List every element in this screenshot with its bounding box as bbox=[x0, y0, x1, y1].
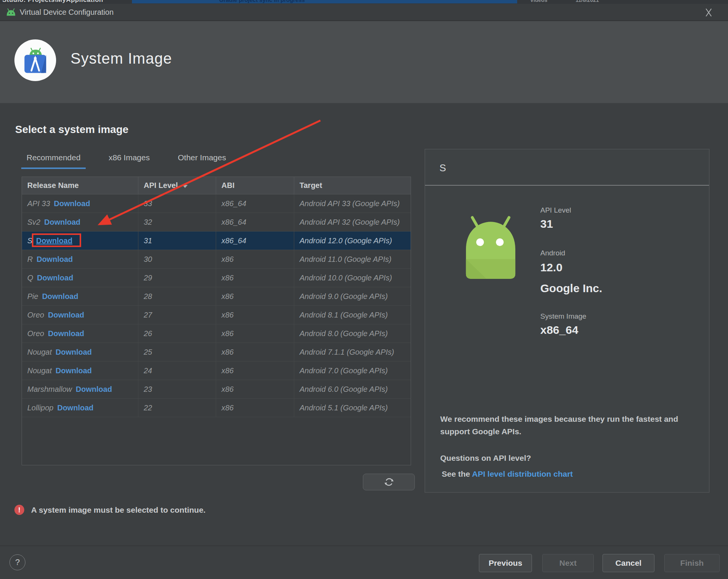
download-link[interactable]: Download bbox=[44, 218, 80, 226]
table-header: Release Name API Level ABI Target bbox=[22, 177, 411, 194]
target-cell: Android 8.1 (Google APIs) bbox=[294, 306, 411, 324]
target-cell: Android 7.0 (Google APIs) bbox=[294, 361, 411, 380]
tab-x86-images[interactable]: x86 Images bbox=[103, 152, 155, 169]
api-level-cell: 23 bbox=[138, 380, 216, 398]
download-link[interactable]: Download bbox=[48, 329, 84, 338]
download-link[interactable]: Download bbox=[56, 366, 92, 375]
release-name: Pie bbox=[27, 292, 38, 300]
previous-button[interactable]: Previous bbox=[479, 554, 532, 572]
table-row[interactable]: OreoDownload 27 x86 Android 8.1 (Google … bbox=[22, 306, 411, 324]
tab-other-images[interactable]: Other Images bbox=[173, 152, 231, 169]
table-row[interactable]: LollipopDownload 22 x86 Android 5.1 (Goo… bbox=[22, 399, 411, 417]
api-level-cell: 33 bbox=[138, 194, 216, 213]
android-studio-logo bbox=[14, 39, 56, 81]
clipped-sync-text: Gradle project sync in progress bbox=[219, 0, 305, 3]
release-name: Sv2 bbox=[27, 218, 40, 226]
cancel-button[interactable]: Cancel bbox=[602, 554, 654, 572]
download-link[interactable]: Download bbox=[36, 255, 73, 263]
release-name-cell: MarshmallowDownload bbox=[22, 380, 138, 398]
help-button[interactable]: ? bbox=[9, 554, 25, 570]
table-row[interactable]: SDownload 31 x86_64 Android 12.0 (Google… bbox=[22, 232, 411, 250]
abi-cell: x86 bbox=[216, 306, 294, 324]
refresh-icon bbox=[383, 476, 395, 488]
column-release-name[interactable]: Release Name bbox=[22, 177, 138, 194]
download-link[interactable]: Download bbox=[36, 236, 72, 245]
api-level-label: API Level bbox=[540, 206, 571, 214]
target-cell: Android 6.0 (Google APIs) bbox=[294, 380, 411, 398]
release-name: S bbox=[27, 236, 32, 245]
refresh-button[interactable] bbox=[363, 474, 415, 490]
api-level-cell: 30 bbox=[138, 250, 216, 268]
release-name-cell: NougatDownload bbox=[22, 361, 138, 380]
table-row[interactable]: API 33Download 33 x86_64 Android API 33 … bbox=[22, 194, 411, 213]
recommendation-text: We recommend these images because they r… bbox=[440, 413, 702, 438]
column-api-level[interactable]: API Level bbox=[138, 177, 216, 194]
table-body: API 33Download 33 x86_64 Android API 33 … bbox=[22, 194, 411, 417]
download-link[interactable]: Download bbox=[42, 292, 78, 300]
see-line: See the API level distribution chart bbox=[442, 469, 573, 479]
download-link[interactable]: Download bbox=[76, 385, 112, 393]
release-name-cell: Sv2Download bbox=[22, 213, 138, 231]
target-cell: Android 12.0 (Google APIs) bbox=[294, 232, 411, 250]
release-name-cell: LollipopDownload bbox=[22, 399, 138, 417]
api-level-cell: 32 bbox=[138, 213, 216, 231]
tab-recommended[interactable]: Recommended bbox=[21, 152, 86, 169]
download-link[interactable]: Download bbox=[57, 404, 94, 412]
target-cell: Android 5.1 (Google APIs) bbox=[294, 399, 411, 417]
table-row[interactable]: NougatDownload 24 x86 Android 7.0 (Googl… bbox=[22, 361, 411, 380]
abi-cell: x86 bbox=[216, 269, 294, 287]
table-row[interactable]: OreoDownload 26 x86 Android 8.0 (Google … bbox=[22, 324, 411, 343]
target-cell: Android 11.0 (Google APIs) bbox=[294, 250, 411, 268]
table-row[interactable]: MarshmallowDownload 23 x86 Android 6.0 (… bbox=[22, 380, 411, 399]
column-abi[interactable]: ABI bbox=[216, 177, 294, 194]
page-title: Select a system image bbox=[15, 124, 129, 136]
panel-divider bbox=[425, 185, 709, 186]
table-row[interactable]: RDownload 30 x86 Android 11.0 (Google AP… bbox=[22, 250, 411, 269]
release-name-cell: QDownload bbox=[22, 269, 138, 287]
release-name: Oreo bbox=[27, 311, 44, 319]
download-link[interactable]: Download bbox=[48, 311, 84, 319]
abi-cell: x86 bbox=[216, 250, 294, 268]
table-row[interactable]: NougatDownload 25 x86 Android 7.1.1 (Goo… bbox=[22, 343, 411, 361]
release-name-cell: OreoDownload bbox=[22, 306, 138, 324]
api-question-text: Questions on API level? bbox=[440, 454, 531, 463]
android-version-value: 12.0 bbox=[540, 261, 562, 274]
table-row[interactable]: PieDownload 28 x86 Android 9.0 (Google A… bbox=[22, 287, 411, 306]
abi-value: x86_64 bbox=[540, 324, 578, 336]
next-button[interactable]: Next bbox=[542, 554, 594, 572]
release-name: Nougat bbox=[27, 366, 52, 375]
finish-button[interactable]: Finish bbox=[664, 554, 720, 572]
image-tabs: Recommended x86 Images Other Images bbox=[21, 152, 231, 169]
system-image-label: System Image bbox=[540, 312, 586, 321]
abi-cell: x86 bbox=[216, 380, 294, 398]
android-label: Android bbox=[540, 249, 565, 257]
release-name: Lollipop bbox=[27, 404, 53, 412]
footer-divider bbox=[0, 546, 728, 546]
error-message: A system image must be selected to conti… bbox=[31, 505, 206, 515]
clipped-text: Videos bbox=[530, 0, 548, 3]
selected-release-name: S bbox=[439, 162, 446, 174]
download-link[interactable]: Download bbox=[37, 274, 74, 282]
target-cell: Android API 33 (Google APIs) bbox=[294, 194, 411, 213]
close-icon[interactable] bbox=[702, 8, 715, 17]
release-name: Q bbox=[27, 274, 33, 282]
release-name: API 33 bbox=[27, 199, 50, 208]
system-image-table: Release Name API Level ABI Target API 33… bbox=[22, 177, 411, 465]
release-name-cell: API 33Download bbox=[22, 194, 138, 213]
release-name: Marshmallow bbox=[27, 385, 72, 393]
see-prefix: See the bbox=[442, 469, 472, 478]
selected-image-detail-panel: S API Level 31 Android 12.0 Google Inc. … bbox=[425, 149, 709, 493]
release-name: Oreo bbox=[27, 329, 44, 338]
abi-cell: x86_64 bbox=[216, 213, 294, 231]
table-row[interactable]: QDownload 29 x86 Android 10.0 (Google AP… bbox=[22, 269, 411, 287]
abi-cell: x86 bbox=[216, 287, 294, 305]
download-link[interactable]: Download bbox=[54, 199, 90, 208]
api-level-cell: 24 bbox=[138, 361, 216, 380]
abi-cell: x86 bbox=[216, 399, 294, 417]
column-target[interactable]: Target bbox=[294, 177, 411, 194]
target-cell: Android 10.0 (Google APIs) bbox=[294, 269, 411, 287]
download-link[interactable]: Download bbox=[56, 348, 92, 356]
table-row[interactable]: Sv2Download 32 x86_64 Android API 32 (Go… bbox=[22, 213, 411, 232]
wizard-step-title: System Image bbox=[71, 50, 172, 67]
api-distribution-chart-link[interactable]: API level distribution chart bbox=[472, 469, 573, 478]
